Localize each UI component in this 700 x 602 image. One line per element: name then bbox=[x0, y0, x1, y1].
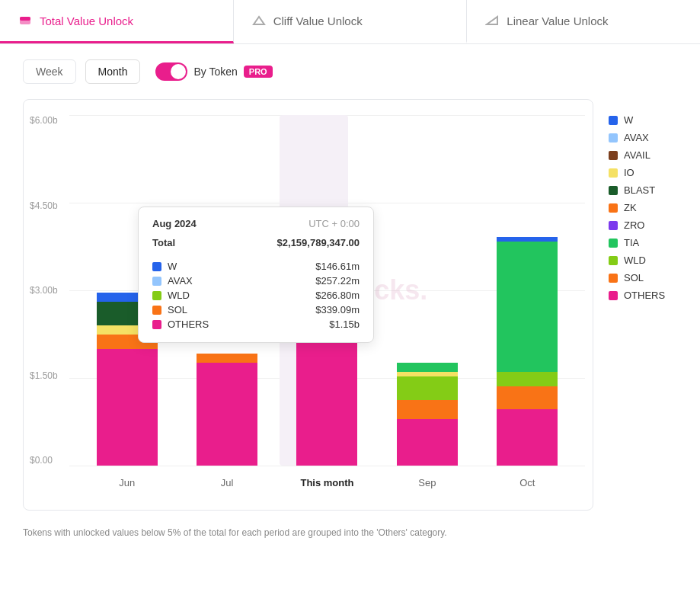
legend-item-avail: AVAIL bbox=[609, 149, 677, 161]
pro-badge: PRO bbox=[244, 66, 273, 78]
tooltip: Aug 2024 UTC + 0:00 Total $2,159,789,347… bbox=[138, 207, 374, 343]
svg-marker-2 bbox=[254, 17, 264, 24]
footnote: Tokens with unlocked values below 5% of … bbox=[0, 518, 700, 547]
legend-item-zro: ZRO bbox=[609, 219, 677, 231]
legend-dot bbox=[609, 256, 618, 265]
bar-segment bbox=[497, 386, 558, 410]
tooltip-row-value: $266.80m bbox=[315, 290, 360, 301]
tooltip-row: AVAX $257.22m bbox=[152, 274, 360, 288]
tooltip-row-left: WLD bbox=[152, 290, 190, 301]
bar-segment bbox=[397, 376, 458, 400]
tooltip-utc: UTC + 0:00 bbox=[308, 218, 360, 229]
legend-item-avax: AVAX bbox=[609, 132, 677, 143]
tooltip-rows: W $146.61m AVAX $257.22m WLD $266.80m SO… bbox=[152, 259, 360, 331]
by-token-toggle[interactable] bbox=[155, 62, 187, 81]
week-button[interactable]: Week bbox=[23, 59, 76, 84]
legend-label: ZK bbox=[624, 202, 637, 213]
bar-segment bbox=[397, 419, 458, 466]
by-token-label: By Token bbox=[193, 66, 237, 78]
tab-cliff[interactable]: Cliff Value Unlock bbox=[234, 0, 468, 43]
tooltip-row-left: SOL bbox=[152, 304, 187, 315]
tooltip-dot bbox=[152, 320, 161, 329]
tooltip-row-label: AVAX bbox=[168, 275, 193, 287]
bar-group-4[interactable] bbox=[497, 236, 558, 466]
tooltip-total-label: Total bbox=[152, 237, 175, 248]
bar-segment bbox=[97, 349, 158, 466]
bar-segment bbox=[497, 409, 558, 466]
legend-item-w: W bbox=[609, 114, 677, 126]
legend-item-wld: WLD bbox=[609, 255, 677, 266]
tooltip-dot bbox=[152, 277, 161, 286]
tooltip-header: Aug 2024 UTC + 0:00 bbox=[152, 218, 360, 229]
tooltip-total: Total $2,159,789,347.00 bbox=[152, 237, 360, 253]
bar-group-3[interactable] bbox=[397, 363, 458, 466]
legend-item-zk: ZK bbox=[609, 202, 677, 213]
bar-segment bbox=[497, 372, 558, 386]
y-label-2: $3.00b bbox=[30, 285, 58, 296]
tooltip-row-label: SOL bbox=[168, 304, 187, 315]
tab-cliff-label: Cliff Value Unlock bbox=[273, 14, 363, 27]
tab-total-label: Total Value Unlock bbox=[40, 14, 133, 27]
legend-item-io: IO bbox=[609, 167, 677, 178]
tab-bar: Total Value Unlock Cliff Value Unlock Li… bbox=[0, 0, 700, 44]
legend-label: TIA bbox=[624, 237, 639, 248]
legend-item-blast: BLAST bbox=[609, 184, 677, 196]
linear-unlock-icon bbox=[485, 14, 499, 27]
controls-bar: Week Month By Token PRO bbox=[0, 44, 700, 99]
tooltip-row: OTHERS $1.15b bbox=[152, 317, 360, 331]
legend-label: ZRO bbox=[624, 219, 644, 231]
x-label-0: Jun bbox=[97, 477, 158, 488]
x-label-2: This month bbox=[296, 477, 357, 488]
chart-inner: $6.00b $4.50b $3.00b $1.50b $0.00 Token … bbox=[69, 115, 585, 466]
tooltip-row-value: $146.61m bbox=[315, 261, 360, 272]
legend-dot bbox=[609, 168, 618, 178]
tooltip-dot bbox=[152, 306, 161, 315]
tab-linear-label: Linear Value Unlock bbox=[507, 14, 608, 27]
legend-dot bbox=[609, 116, 618, 125]
tooltip-row-label: OTHERS bbox=[168, 319, 209, 330]
tooltip-title: Aug 2024 bbox=[152, 218, 197, 229]
tooltip-dot bbox=[152, 291, 161, 300]
x-labels: JunJulThis monthSepOct bbox=[69, 477, 585, 488]
month-button[interactable]: Month bbox=[85, 59, 141, 84]
by-token-toggle-wrap: By Token PRO bbox=[155, 62, 272, 81]
x-label-3: Sep bbox=[397, 477, 458, 488]
tooltip-row: SOL $339.09m bbox=[152, 303, 360, 317]
legend-item-tia: TIA bbox=[609, 237, 677, 248]
legend-label: BLAST bbox=[624, 184, 655, 196]
bar-segment bbox=[397, 400, 458, 419]
legend-label: WLD bbox=[624, 255, 646, 266]
legend-item-sol: SOL bbox=[609, 272, 677, 283]
y-label-1: $4.50b bbox=[30, 200, 58, 211]
tooltip-total-value: $2,159,789,347.00 bbox=[277, 237, 360, 248]
legend-label: SOL bbox=[624, 272, 644, 283]
y-label-4: $0.00 bbox=[30, 455, 58, 466]
grid-line-4 bbox=[69, 466, 585, 466]
toggle-knob bbox=[171, 64, 186, 79]
bar-segment bbox=[296, 335, 357, 466]
tab-linear[interactable]: Linear Value Unlock bbox=[467, 0, 700, 43]
legend-label: W bbox=[624, 114, 633, 126]
legend-label: IO bbox=[624, 167, 634, 178]
bar-segment bbox=[197, 363, 257, 466]
x-label-1: Jul bbox=[197, 477, 257, 488]
legend-label: OTHERS bbox=[624, 290, 665, 301]
y-label-3: $1.50b bbox=[30, 370, 58, 381]
bar-segment bbox=[497, 242, 558, 373]
total-unlock-icon bbox=[18, 14, 32, 27]
tooltip-row-value: $1.15b bbox=[329, 319, 360, 330]
svg-marker-3 bbox=[487, 17, 497, 24]
chart-section: $6.00b $4.50b $3.00b $1.50b $0.00 Token … bbox=[0, 99, 700, 518]
legend-dot bbox=[609, 291, 618, 300]
tooltip-row-left: AVAX bbox=[152, 275, 193, 287]
tab-total[interactable]: Total Value Unlock bbox=[0, 0, 234, 43]
y-label-0: $6.00b bbox=[30, 115, 58, 126]
bar-segment bbox=[197, 354, 257, 363]
tooltip-row-left: OTHERS bbox=[152, 319, 209, 330]
legend: W AVAX AVAIL IO BLAST ZK ZRO TIA WLD SOL… bbox=[593, 99, 677, 511]
legend-dot bbox=[609, 186, 618, 195]
bar-group-1[interactable] bbox=[197, 354, 257, 466]
legend-dot bbox=[609, 239, 618, 248]
tooltip-row-left: W bbox=[152, 261, 177, 272]
y-axis: $6.00b $4.50b $3.00b $1.50b $0.00 bbox=[30, 115, 58, 466]
